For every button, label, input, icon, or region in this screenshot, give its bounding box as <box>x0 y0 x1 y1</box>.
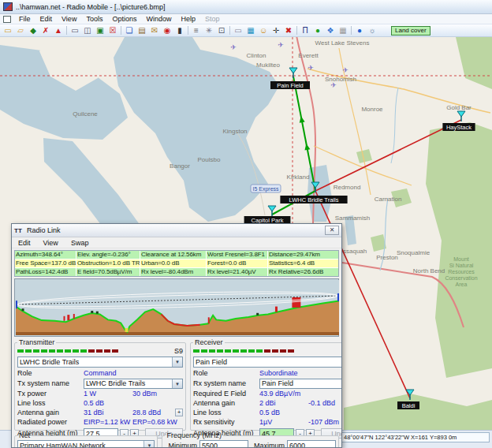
toolbar-separator <box>121 26 121 35</box>
record-icon[interactable]: ◉ <box>161 25 173 36</box>
min-frequency-label: Minimum <box>168 442 197 448</box>
min-frequency-input[interactable]: 5500 <box>199 440 248 448</box>
tx-station-select[interactable]: LWHC Bridle Trails▼ <box>17 357 183 368</box>
cursor-coordinates: 48°00'47"N 122°43'22"W X=161 Y=893 0m <box>341 432 490 442</box>
map-city-label: Everett <box>298 52 319 59</box>
window-titlebar[interactable]: ..\hamwan.net - Radio Mobile - [..\pictu… <box>0 0 492 14</box>
chevron-down-icon[interactable]: ▼ <box>172 379 182 388</box>
new-picture-icon[interactable]: ▭ <box>69 25 81 36</box>
site-label: HayStack <box>446 124 472 131</box>
elevation-grid-icon[interactable]: ▦ <box>337 25 349 36</box>
delete-networks-icon[interactable]: ✗ <box>39 25 52 36</box>
close-picture-icon[interactable]: ☒ <box>106 25 119 36</box>
map-area-label: Conservation <box>445 275 477 281</box>
open-networks-icon[interactable]: ▱ <box>14 25 27 36</box>
new-networks-icon[interactable]: ▭ <box>2 25 14 36</box>
link-stat: Rx level=-80.4dBm <box>140 268 206 276</box>
fit-selection-icon[interactable]: ✛ <box>270 25 282 36</box>
max-frequency-input[interactable]: 6000 <box>287 440 336 448</box>
tx-antenna-pattern-button[interactable]: + <box>175 409 183 416</box>
unit-properties-icon[interactable]: ☺ <box>257 25 270 36</box>
land-cover-badge[interactable]: Land cover <box>391 26 430 35</box>
link-summary-grid: Azimuth=348.64°Elev. angle=-0.236°Cleara… <box>14 250 339 277</box>
tx-value: 1 W <box>84 390 132 398</box>
link-stat: E field=70.5dBµV/m <box>76 268 140 276</box>
toolbar: ▭▱◆✗▲▭◫▣☒❏▤✉◉▮≡✳⊡▭▦☺✛✖Π●❖▦●☼ Land cover <box>0 24 492 37</box>
radio-link-menu-view[interactable]: View <box>37 239 65 247</box>
export-picture-icon[interactable]: ✉ <box>148 25 161 36</box>
contrast-icon[interactable]: ✳ <box>203 25 215 36</box>
meter-segment <box>240 349 247 353</box>
rx-row-label: Line loss <box>193 409 259 416</box>
paste-icon[interactable]: ▤ <box>136 25 148 36</box>
rx-signal-meter: S9 <box>193 346 342 356</box>
child-window-icon[interactable] <box>3 16 11 23</box>
airport-icon: ✈ <box>342 66 348 74</box>
menu-help[interactable]: Help <box>176 15 200 23</box>
radio-link-menu-edit[interactable]: Edit <box>12 239 37 247</box>
grayscale-icon[interactable]: ≡ <box>190 25 203 36</box>
meter-segment <box>96 349 102 353</box>
white-picture-icon[interactable]: ▭ <box>232 25 244 36</box>
link-stat: Free Space=137.0 dB <box>15 259 76 267</box>
copy-icon[interactable]: ❏ <box>123 25 136 36</box>
meter-segment <box>25 349 32 353</box>
tx-row: Tx power1 W30 dBm <box>17 389 183 398</box>
merge-pictures-icon[interactable]: ⊡ <box>215 25 228 36</box>
delete-selection-icon[interactable]: ✖ <box>282 25 295 36</box>
radio-link-title: Radio Link <box>27 226 61 234</box>
meter-segment <box>88 349 95 353</box>
map-city-label: Snoqualmie <box>397 249 430 256</box>
rx-system-name: Pain Field <box>260 379 342 387</box>
tx-value: 0.5 dB <box>84 399 132 407</box>
link-stat: Worst Fresnel=3.8F1 <box>207 251 267 259</box>
world-map-icon[interactable]: ● <box>353 25 366 36</box>
options-icon[interactable]: ☼ <box>366 25 378 36</box>
menu-stop: Stop <box>200 15 225 23</box>
cascade-pictures-icon[interactable]: ◫ <box>81 25 94 36</box>
link-stat: Clearance at 12.56km <box>140 251 206 259</box>
radio-link-menu-swap[interactable]: Swap <box>65 239 95 247</box>
menu-window[interactable]: Window <box>141 15 176 23</box>
rx-value: 2 dBi <box>259 399 308 407</box>
meter-segment <box>104 349 110 353</box>
network-properties-icon[interactable]: ❖ <box>324 25 337 36</box>
radio-link-icon[interactable]: Π <box>299 25 311 36</box>
meter-segment <box>73 349 79 353</box>
rx-value: -0.1 dBd <box>308 399 342 407</box>
airport-icon: ✈ <box>330 81 337 89</box>
menu-file[interactable]: File <box>14 15 35 23</box>
link-stat: Urban=0.0 dB <box>140 259 206 267</box>
rx-station-select[interactable]: Pain Field▼ <box>193 357 342 368</box>
app-icon <box>3 2 13 11</box>
net-select[interactable]: Primary HamWAN Network ▼ <box>17 440 155 448</box>
rx-station-name: Pain Field <box>194 358 342 366</box>
menu-tools[interactable]: Tools <box>81 15 107 23</box>
internet-map-icon[interactable]: ● <box>311 25 324 36</box>
meter-segment <box>49 349 55 353</box>
map-properties-icon[interactable]: ▦ <box>244 25 257 36</box>
menu-options[interactable]: Options <box>107 15 141 23</box>
chevron-down-icon[interactable]: ▼ <box>144 441 154 448</box>
link-stat: Azimuth=348.64° <box>15 251 76 259</box>
chevron-down-icon[interactable]: ▼ <box>172 357 182 367</box>
menu-edit[interactable]: Edit <box>35 15 58 23</box>
close-icon[interactable]: ✕ <box>325 226 339 235</box>
tx-row: Tx system nameLWHC Bridle Trails▼ <box>17 378 183 389</box>
toolbar-separator <box>229 26 230 35</box>
map-city-label: Sammamish <box>335 215 370 222</box>
meter-segment <box>41 349 47 353</box>
menu-view[interactable]: View <box>57 15 81 23</box>
save-networks-icon[interactable]: ◆ <box>27 25 39 36</box>
toolbar-separator <box>66 26 67 35</box>
rx-value: 1µV <box>259 418 308 426</box>
rx-row-label: Rx sensitivity <box>193 418 259 426</box>
save-picture-icon[interactable]: ▣ <box>94 25 106 36</box>
radio-link-titlebar[interactable]: TT Radio Link ✕ <box>12 224 341 237</box>
tx-system-select[interactable]: LWHC Bridle Trails▼ <box>84 379 183 389</box>
meter-segment <box>217 349 223 353</box>
rx-system-select[interactable]: Pain Field▼ <box>259 379 342 389</box>
toolbar-separator <box>188 26 188 35</box>
draw-unit-icon[interactable]: ▲ <box>52 25 65 36</box>
bar-icon[interactable]: ▮ <box>173 25 186 36</box>
